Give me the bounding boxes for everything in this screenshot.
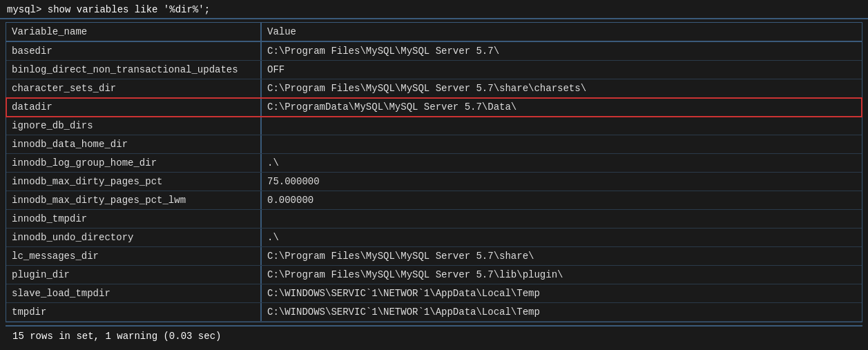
variable-value-cell: [262, 135, 862, 153]
variable-value-cell: C:\WINDOWS\SERVIC`1\NETWOR`1\AppData\Loc…: [262, 284, 862, 302]
prompt-line: mysql> show variables like '%dir%';: [0, 0, 868, 19]
variable-value-cell: OFF: [262, 61, 862, 79]
variable-name-cell: binlog_direct_non_transactional_updates: [6, 61, 262, 79]
variable-name-cell: innodb_undo_directory: [6, 229, 262, 246]
variable-name-cell: innodb_max_dirty_pages_pct: [6, 173, 262, 191]
table-row: tmpdirC:\WINDOWS\SERVIC`1\NETWOR`1\AppDa…: [6, 303, 862, 322]
variable-name-cell: innodb_data_home_dir: [6, 135, 262, 153]
table-row: innodb_max_dirty_pages_pct_lwm0.000000: [6, 191, 862, 210]
variable-name-cell: character_sets_dir: [6, 79, 262, 97]
table-row: innodb_data_home_dir: [6, 135, 862, 154]
variable-value-cell: C:\Program Files\MySQL\MySQL Server 5.7\: [262, 42, 862, 60]
variable-value-cell: C:\WINDOWS\SERVIC`1\NETWOR`1\AppData\Loc…: [262, 303, 862, 321]
variable-value-cell: 0.000000: [262, 191, 862, 209]
variable-name-cell: datadir: [6, 98, 262, 116]
header-variable-name: Variable_name: [6, 23, 262, 41]
table-row: binlog_direct_non_transactional_updatesO…: [6, 61, 862, 79]
variable-value-cell: C:\Program Files\MySQL\MySQL Server 5.7\…: [262, 79, 862, 97]
variable-name-cell: tmpdir: [6, 303, 262, 321]
variable-name-cell: basedir: [6, 42, 262, 60]
table-row: innodb_log_group_home_dir.\: [6, 154, 862, 173]
table-row: character_sets_dirC:\Program Files\MySQL…: [6, 79, 862, 98]
table-row: basedirC:\Program Files\MySQL\MySQL Serv…: [6, 42, 862, 61]
header-value: Value: [262, 23, 862, 41]
variable-value-cell: .\: [262, 229, 862, 246]
table-row: datadirC:\ProgramData\MySQL\MySQL Server…: [6, 98, 862, 117]
table-row: ignore_db_dirs: [6, 117, 862, 135]
variable-value-cell: C:\ProgramData\MySQL\MySQL Server 5.7\Da…: [262, 98, 862, 116]
variable-name-cell: innodb_max_dirty_pages_pct_lwm: [6, 191, 262, 209]
variable-name-cell: slave_load_tmpdir: [6, 284, 262, 302]
variable-name-cell: ignore_db_dirs: [6, 117, 262, 135]
table-row: innodb_max_dirty_pages_pct75.000000: [6, 173, 862, 191]
variable-value-cell: .\: [262, 154, 862, 172]
variable-name-cell: innodb_tmpdir: [6, 210, 262, 228]
variable-value-cell: [262, 117, 862, 135]
table-row: innodb_tmpdir: [6, 210, 862, 229]
table-row: plugin_dirC:\Program Files\MySQL\MySQL S…: [6, 266, 862, 284]
variable-name-cell: lc_messages_dir: [6, 247, 262, 265]
results-table: Variable_name Value basedirC:\Program Fi…: [6, 22, 862, 322]
variable-name-cell: plugin_dir: [6, 266, 262, 284]
table-row: lc_messages_dirC:\Program Files\MySQL\My…: [6, 247, 862, 266]
table-row: slave_load_tmpdirC:\WINDOWS\SERVIC`1\NET…: [6, 284, 862, 303]
variable-name-cell: innodb_log_group_home_dir: [6, 154, 262, 172]
variable-value-cell: C:\Program Files\MySQL\MySQL Server 5.7\…: [262, 266, 862, 284]
variable-value-cell: [262, 210, 862, 228]
footer-line: 15 rows in set, 1 warning (0.03 sec): [6, 325, 862, 344]
table-body: basedirC:\Program Files\MySQL\MySQL Serv…: [6, 42, 862, 322]
variable-value-cell: C:\Program Files\MySQL\MySQL Server 5.7\…: [262, 247, 862, 265]
terminal-window: mysql> show variables like '%dir%'; Vari…: [0, 0, 868, 350]
table-row: innodb_undo_directory.\: [6, 229, 862, 247]
table-header: Variable_name Value: [6, 23, 862, 42]
variable-value-cell: 75.000000: [262, 173, 862, 191]
